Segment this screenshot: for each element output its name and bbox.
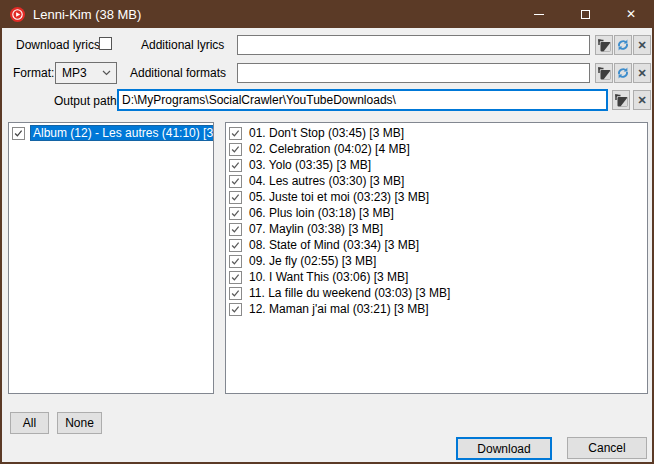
track-row[interactable]: 06. Plus loin (03:18) [3 MB] [226, 205, 647, 221]
formats-refresh-button[interactable] [614, 63, 632, 83]
track-row[interactable]: 07. Maylin (03:38) [3 MB] [226, 221, 647, 237]
clear-x-icon: ✕ [637, 40, 646, 51]
output-path-input[interactable] [117, 89, 608, 111]
select-none-button[interactable]: None [57, 412, 102, 434]
track-checkbox[interactable] [229, 159, 242, 172]
track-label: 08. State of Mind (03:34) [3 MB] [247, 238, 421, 252]
lyrics-refresh-button[interactable] [614, 35, 632, 55]
minimize-icon [534, 14, 544, 15]
app-window: Lenni-Kim (38 MB) ✕ Download lyrics Addi… [0, 0, 654, 464]
track-label: 07. Maylin (03:38) [3 MB] [247, 222, 385, 236]
refresh-icon [616, 38, 630, 52]
track-row[interactable]: 04. Les autres (03:30) [3 MB] [226, 173, 647, 189]
track-row[interactable]: 02. Celebration (04:02) [4 MB] [226, 141, 647, 157]
paste-icon [597, 66, 611, 80]
track-label: 09. Je fly (02:55) [3 MB] [247, 254, 378, 268]
track-checkbox[interactable] [229, 175, 242, 188]
download-lyrics-label: Download lyrics [16, 38, 100, 52]
track-label: 01. Don't Stop (03:45) [3 MB] [247, 126, 406, 140]
additional-lyrics-label: Additional lyrics [141, 38, 224, 52]
track-row[interactable]: 05. Juste toi et moi (03:23) [3 MB] [226, 189, 647, 205]
app-play-icon [10, 7, 25, 22]
download-lyrics-checkbox[interactable] [99, 37, 112, 50]
maximize-icon [581, 10, 590, 19]
cancel-button[interactable]: Cancel [567, 437, 647, 459]
additional-lyrics-input[interactable] [237, 35, 590, 55]
track-row[interactable]: 09. Je fly (02:55) [3 MB] [226, 253, 647, 269]
additional-formats-input[interactable] [237, 63, 590, 83]
album-checkbox[interactable] [12, 127, 25, 140]
album-list-panel: Album (12) - Les autres (41:10) [38 MB] [8, 122, 214, 394]
clear-x-icon: ✕ [637, 95, 646, 106]
formats-clear-button[interactable]: ✕ [633, 63, 651, 83]
chevron-down-icon [102, 70, 111, 76]
track-checkbox[interactable] [229, 303, 242, 316]
format-label: Format: [13, 66, 54, 80]
track-row[interactable]: 11. La fille du weekend (03:03) [3 MB] [226, 285, 647, 301]
track-checkbox[interactable] [229, 143, 242, 156]
lyrics-clear-button[interactable]: ✕ [633, 35, 651, 55]
album-label: Album (12) - Les autres (41:10) [38 MB] [30, 125, 214, 141]
title-bar: Lenni-Kim (38 MB) ✕ [0, 0, 654, 28]
close-button[interactable]: ✕ [608, 0, 654, 28]
track-label: 10. I Want This (03:06) [3 MB] [247, 270, 410, 284]
track-checkbox[interactable] [229, 271, 242, 284]
track-label: 12. Maman j'ai mal (03:21) [3 MB] [247, 302, 431, 316]
format-dropdown[interactable]: MP3 [55, 62, 117, 84]
track-row[interactable]: 08. State of Mind (03:34) [3 MB] [226, 237, 647, 253]
track-label: 11. La fille du weekend (03:03) [3 MB] [247, 286, 452, 300]
minimize-button[interactable] [516, 0, 562, 28]
download-button[interactable]: Download [456, 437, 552, 460]
client-area: Download lyrics Additional lyrics ✕ Form… [2, 28, 652, 462]
track-row[interactable]: 10. I Want This (03:06) [3 MB] [226, 269, 647, 285]
track-row[interactable]: 03. Yolo (03:35) [3 MB] [226, 157, 647, 173]
album-row[interactable]: Album (12) - Les autres (41:10) [38 MB] [9, 125, 213, 141]
track-checkbox[interactable] [229, 287, 242, 300]
track-checkbox[interactable] [229, 239, 242, 252]
format-value: MP3 [62, 66, 87, 80]
output-path-clear-button[interactable]: ✕ [633, 90, 651, 110]
track-row[interactable]: 01. Don't Stop (03:45) [3 MB] [226, 125, 647, 141]
output-path-paste-button[interactable] [612, 90, 630, 110]
output-path-label: Output path [54, 94, 117, 108]
clear-x-icon: ✕ [637, 68, 646, 79]
track-checkbox[interactable] [229, 255, 242, 268]
track-label: 04. Les autres (03:30) [3 MB] [247, 174, 406, 188]
formats-paste-button[interactable] [595, 63, 613, 83]
track-label: 03. Yolo (03:35) [3 MB] [247, 158, 373, 172]
track-label: 02. Celebration (04:02) [4 MB] [247, 142, 412, 156]
paste-icon [597, 38, 611, 52]
track-label: 05. Juste toi et moi (03:23) [3 MB] [247, 190, 431, 204]
track-checkbox[interactable] [229, 207, 242, 220]
lyrics-paste-button[interactable] [595, 35, 613, 55]
track-row[interactable]: 12. Maman j'ai mal (03:21) [3 MB] [226, 301, 647, 317]
track-checkbox[interactable] [229, 191, 242, 204]
window-title: Lenni-Kim (38 MB) [33, 7, 141, 22]
track-checkbox[interactable] [229, 223, 242, 236]
maximize-button[interactable] [562, 0, 608, 28]
close-icon: ✕ [626, 8, 636, 20]
track-checkbox[interactable] [229, 127, 242, 140]
track-label: 06. Plus loin (03:18) [3 MB] [247, 206, 396, 220]
select-all-button[interactable]: All [10, 412, 49, 434]
paste-icon [614, 93, 628, 107]
refresh-icon [616, 66, 630, 80]
additional-formats-label: Additional formats [130, 66, 226, 80]
track-list-panel: 01. Don't Stop (03:45) [3 MB] 02. Celebr… [225, 122, 648, 394]
